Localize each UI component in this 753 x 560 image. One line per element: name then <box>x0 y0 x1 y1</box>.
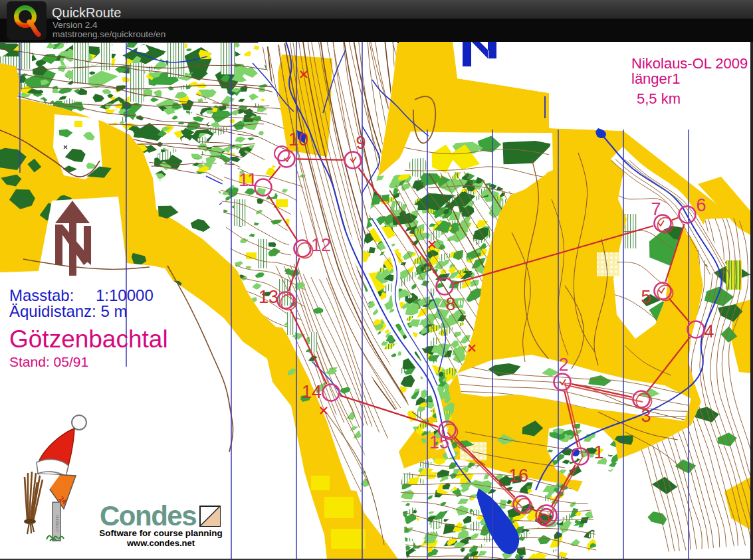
svg-text:1: 1 <box>593 442 603 462</box>
svg-text:12: 12 <box>311 235 331 255</box>
svg-text:14: 14 <box>302 382 322 402</box>
svg-text:Masstab:: Masstab: <box>9 286 74 304</box>
svg-text:9: 9 <box>356 133 366 153</box>
svg-text:10: 10 <box>288 130 308 149</box>
svg-text:8: 8 <box>445 294 455 314</box>
svg-text:13: 13 <box>259 287 278 307</box>
svg-text:15: 15 <box>429 432 449 452</box>
svg-text:16: 16 <box>508 466 528 486</box>
svg-text:4: 4 <box>704 322 714 341</box>
svg-text:QuickRoute: QuickRoute <box>52 5 122 20</box>
svg-text:matstroeng.se/quickroute/en: matstroeng.se/quickroute/en <box>53 29 165 39</box>
svg-text:GSH2008: GSH2008 <box>55 515 59 531</box>
svg-text:Version 2.4: Version 2.4 <box>53 20 98 30</box>
svg-text:5: 5 <box>641 287 651 307</box>
svg-text:länger1: länger1 <box>631 70 680 87</box>
svg-text:Nikolaus-OL 2009: Nikolaus-OL 2009 <box>631 55 748 72</box>
svg-text:Condes: Condes <box>100 500 196 531</box>
svg-text:11: 11 <box>239 170 257 190</box>
svg-text:5,5 km: 5,5 km <box>637 90 681 107</box>
svg-text:www.condes.net: www.condes.net <box>126 538 195 548</box>
svg-text:Götzenbachtal: Götzenbachtal <box>9 326 168 353</box>
svg-text:7: 7 <box>651 199 661 219</box>
svg-text:3: 3 <box>641 406 651 426</box>
svg-text:Software for course planning: Software for course planning <box>99 528 222 538</box>
svg-text:Äquidistanz: 5 m: Äquidistanz: 5 m <box>9 302 127 320</box>
svg-text:2: 2 <box>558 355 568 375</box>
svg-text:1:10000: 1:10000 <box>96 286 154 304</box>
svg-text:6: 6 <box>696 195 706 215</box>
svg-text:Stand: 05/91: Stand: 05/91 <box>9 354 88 369</box>
